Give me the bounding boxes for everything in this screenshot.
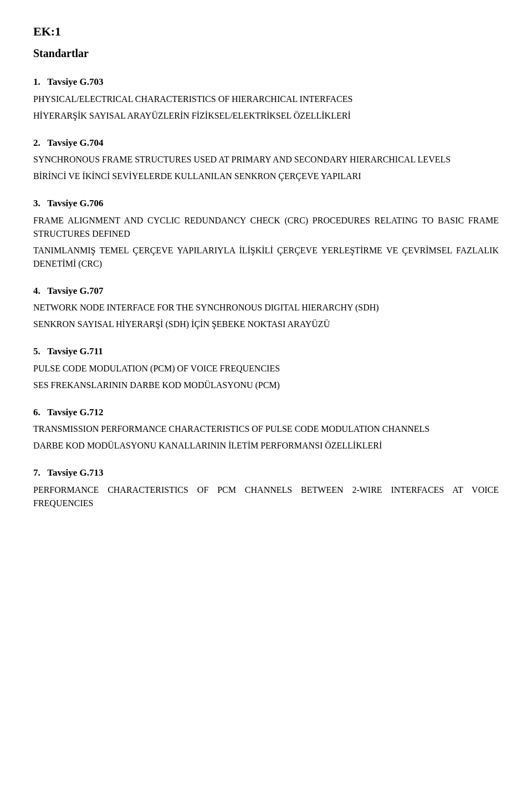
page-container: EK:1 Standartlar 1. Tavsiye G.703 PHYSIC…: [33, 22, 499, 510]
tavsiye-3-number: 3.: [33, 198, 40, 208]
tavsiye-2-title: Tavsiye G.704: [47, 137, 103, 148]
section-2-en: SYNCHRONOUS FRAME STRUCTURES USED AT PRI…: [33, 153, 499, 166]
section-1: 1. Tavsiye G.703 PHYSICAL/ELECTRICAL CHA…: [33, 75, 499, 123]
tavsiye-1-title: Tavsiye G.703: [47, 77, 103, 87]
tavsiye-4-heading: 4. Tavsiye G.707: [33, 284, 499, 298]
section-7-en: PERFORMANCE CHARACTERISTICS OF PCM CHANN…: [33, 483, 499, 510]
section-5-tr: SES FREKANSLARININ DARBE KOD MODÜLASYONU…: [33, 379, 499, 392]
tavsiye-1-heading: 1. Tavsiye G.703: [33, 75, 499, 89]
tavsiye-6-heading: 6. Tavsiye G.712: [33, 405, 499, 420]
section-6-tr: DARBE KOD MODÜLASYONU KANALLARININ İLETİ…: [33, 439, 499, 452]
section-4: 4. Tavsiye G.707 NETWORK NODE INTERFACE …: [33, 284, 499, 332]
tavsiye-2-heading: 2. Tavsiye G.704: [33, 136, 499, 150]
tavsiye-3-title: Tavsiye G.706: [47, 198, 103, 208]
tavsiye-6-number: 6.: [33, 407, 40, 417]
tavsiye-1-number: 1.: [33, 77, 40, 87]
tavsiye-5-title: Tavsiye G.711: [47, 346, 103, 356]
tavsiye-5-number: 5.: [33, 346, 40, 356]
section-2-tr: BİRİNCİ VE İKİNCİ SEVİYELERDE KULLANILAN…: [33, 170, 499, 183]
tavsiye-3-heading: 3. Tavsiye G.706: [33, 196, 499, 211]
section-6-en: TRANSMISSION PERFORMANCE CHARACTERISTICS…: [33, 422, 499, 436]
tavsiye-7-number: 7.: [33, 467, 40, 478]
tavsiye-7-heading: 7. Tavsiye G.713: [33, 466, 499, 480]
ek-title-section: EK:1 Standartlar: [33, 22, 499, 62]
section-7: 7. Tavsiye G.713 PERFORMANCE CHARACTERIS…: [33, 466, 499, 510]
section-4-tr: SENKRON SAYISAL HİYERARŞİ (SDH) İÇİN ŞEB…: [33, 318, 499, 331]
standartlar-title: Standartlar: [33, 45, 499, 62]
tavsiye-4-title: Tavsiye G.707: [47, 286, 103, 296]
section-4-en: NETWORK NODE INTERFACE FOR THE SYNCHRONO…: [33, 301, 499, 314]
section-2: 2. Tavsiye G.704 SYNCHRONOUS FRAME STRUC…: [33, 136, 499, 184]
section-5: 5. Tavsiye G.711 PULSE CODE MODULATION (…: [33, 344, 499, 392]
section-6: 6. Tavsiye G.712 TRANSMISSION PERFORMANC…: [33, 405, 499, 453]
tavsiye-4-number: 4.: [33, 286, 40, 296]
tavsiye-2-number: 2.: [33, 137, 40, 148]
section-3-en: FRAME ALIGNMENT AND CYCLIC REDUNDANCY CH…: [33, 214, 499, 241]
section-1-en: PHYSICAL/ELECTRICAL CHARACTERISTICS OF H…: [33, 93, 499, 106]
ek-title: EK:1: [33, 22, 499, 40]
section-5-en: PULSE CODE MODULATION (PCM) OF VOICE FRE…: [33, 362, 499, 375]
section-3: 3. Tavsiye G.706 FRAME ALIGNMENT AND CYC…: [33, 196, 499, 271]
tavsiye-5-heading: 5. Tavsiye G.711: [33, 344, 499, 359]
tavsiye-7-title: Tavsiye G.713: [47, 467, 103, 478]
section-3-tr: TANIMLANMIŞ TEMEL ÇERÇEVE YAPILARIYLA İL…: [33, 244, 499, 271]
section-1-tr: HİYERARŞİK SAYISAL ARAYÜZLERİN FİZİKSEL/…: [33, 109, 499, 123]
tavsiye-6-title: Tavsiye G.712: [47, 407, 103, 417]
